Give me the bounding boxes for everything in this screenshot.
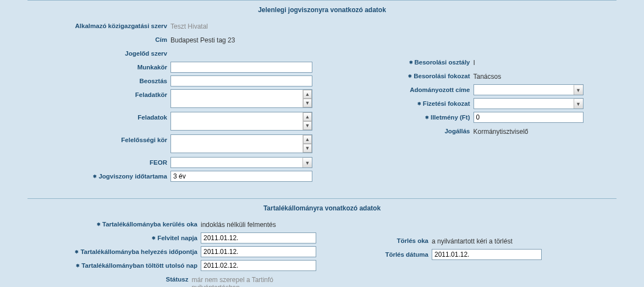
label-utolso-nap: Tartalékállományban töltött utolsó nap bbox=[27, 260, 201, 269]
label-besorolasi-osztaly: Besorolási osztály bbox=[331, 57, 474, 66]
select-adomanyozott-text bbox=[474, 85, 574, 95]
label-fizetesi-fokozat: Fizetési fokozat bbox=[331, 98, 474, 107]
scroll-down-icon[interactable]: ▼ bbox=[303, 144, 312, 153]
input-illetmeny[interactable] bbox=[474, 112, 584, 123]
section1-title: Jelenlegi jogviszonyra vonatkozó adatok bbox=[27, 6, 617, 14]
input-beosztas[interactable] bbox=[170, 75, 312, 86]
value-alkalmazo: Teszt Hivatal bbox=[170, 20, 208, 30]
label-feor: FEOR bbox=[27, 157, 170, 166]
value-cim: Budapest Pesti tag 23 bbox=[170, 34, 235, 44]
value-kerules-oka: indoklás nélküli felmentés bbox=[201, 219, 276, 229]
value-besorolasi-fokozat: Tanácsos bbox=[474, 71, 502, 80]
scrollbar[interactable]: ▲ ▼ bbox=[302, 135, 312, 153]
label-besorolasi-fokozat: Besorolási fokozat bbox=[331, 71, 474, 79]
select-fizetesi-text bbox=[474, 99, 574, 109]
label-jogelod: Jogelőd szerv bbox=[27, 48, 170, 57]
label-munkakor: Munkakör bbox=[27, 62, 170, 71]
input-felvitel-napja[interactable] bbox=[201, 232, 316, 243]
label-torles-oka: Törlés oka bbox=[333, 235, 432, 244]
value-statusz: már nem szerepel a Tartinfó nyilvántartá… bbox=[192, 274, 316, 287]
label-jogviszony-idotartam: Jogviszony időtartama bbox=[27, 171, 170, 180]
label-statusz: Státusz bbox=[27, 274, 192, 283]
select-adomanyozott-cime[interactable]: ▼ bbox=[474, 84, 584, 95]
label-alkalmazo: Alkalmazó közigazgatási szerv bbox=[27, 20, 170, 29]
label-beosztas: Beosztás bbox=[27, 75, 170, 84]
label-adomanyozott-cime: Adományozott címe bbox=[331, 84, 474, 93]
label-jogallas: Jogállás bbox=[331, 126, 474, 134]
select-feor-text bbox=[171, 158, 302, 167]
textarea-feladatok-input[interactable] bbox=[171, 112, 302, 130]
label-feladatkor: Feladatkör bbox=[27, 89, 170, 98]
textarea-feladatkor-input[interactable] bbox=[171, 90, 302, 107]
value-besorolasi-osztaly: I bbox=[474, 57, 475, 67]
label-feladatok: Feladatok bbox=[27, 112, 170, 121]
label-felelossegi: Felelősségi kör bbox=[27, 134, 170, 143]
label-helyezes-idopont: Tartalékállományba helyezés időpontja bbox=[27, 246, 201, 255]
scroll-down-icon[interactable]: ▼ bbox=[303, 121, 312, 130]
label-torles-datuma: Törlés dátuma bbox=[333, 249, 432, 258]
label-felvitel-napja: Felvitel napja bbox=[27, 232, 201, 241]
scroll-up-icon[interactable]: ▲ bbox=[303, 112, 312, 121]
label-cim: Cím bbox=[27, 34, 170, 43]
label-kerules-oka: Tartalékállományba kerülés oka bbox=[27, 219, 201, 228]
section2-title: Tartalékállományra vonatkozó adatok bbox=[27, 204, 617, 212]
scroll-up-icon[interactable]: ▲ bbox=[303, 90, 312, 99]
textarea-felelossegi[interactable]: ▲ ▼ bbox=[170, 134, 312, 153]
scroll-up-icon[interactable]: ▲ bbox=[303, 135, 312, 144]
value-jogallas: Kormánytisztviselő bbox=[474, 126, 529, 136]
input-helyezes-idopont[interactable] bbox=[201, 246, 316, 257]
select-feor[interactable]: ▼ bbox=[170, 157, 312, 168]
textarea-felelossegi-input[interactable] bbox=[171, 135, 302, 153]
reserve-panel: Tartalékállományra vonatkozó adatok Tart… bbox=[27, 198, 617, 287]
label-illetmeny: Illetmény (Ft) bbox=[331, 112, 474, 121]
textarea-feladatkor[interactable]: ▲ ▼ bbox=[170, 89, 312, 108]
input-jogviszony-idotartam[interactable] bbox=[170, 171, 312, 182]
scrollbar[interactable]: ▲ ▼ bbox=[302, 90, 312, 107]
input-utolso-nap[interactable] bbox=[201, 260, 316, 271]
value-torles-oka: a nyilvántartott kéri a törlést bbox=[432, 235, 513, 245]
textarea-feladatok[interactable]: ▲ ▼ bbox=[170, 112, 312, 131]
scrollbar[interactable]: ▲ ▼ bbox=[302, 112, 312, 130]
select-fizetesi-fokozat[interactable]: ▼ bbox=[474, 98, 584, 109]
scroll-down-icon[interactable]: ▼ bbox=[303, 99, 312, 107]
chevron-down-icon[interactable]: ▼ bbox=[302, 158, 312, 167]
chevron-down-icon[interactable]: ▼ bbox=[574, 99, 583, 109]
current-relation-panel: Jelenlegi jogviszonyra vonatkozó adatok … bbox=[27, 0, 617, 185]
input-torles-datuma[interactable] bbox=[432, 249, 542, 260]
chevron-down-icon[interactable]: ▼ bbox=[574, 85, 583, 95]
input-munkakor[interactable] bbox=[170, 62, 312, 73]
